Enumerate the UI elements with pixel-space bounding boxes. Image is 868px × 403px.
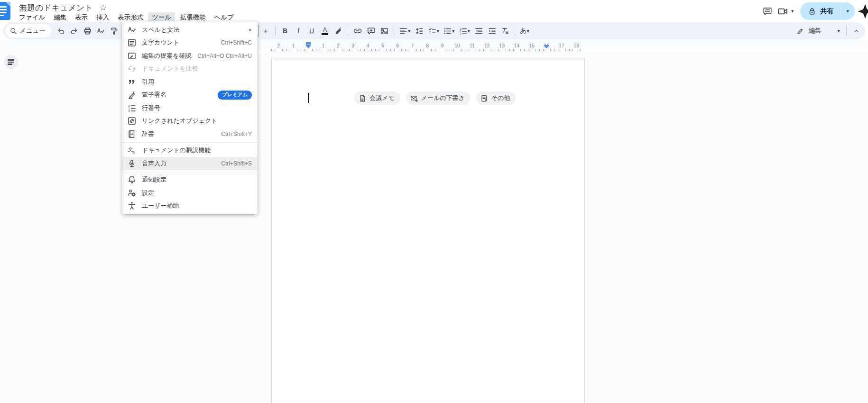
underline-button[interactable]: U — [305, 25, 318, 37]
add-comment-button[interactable] — [365, 25, 377, 37]
align-button[interactable]: ▾ — [397, 25, 412, 37]
ruler-number: 15 — [529, 43, 535, 48]
checklist-button[interactable]: ▾ — [426, 25, 441, 37]
redo-button[interactable] — [68, 25, 81, 37]
menubar-item-edit[interactable]: 編集 — [50, 12, 70, 22]
menu-item-preferences[interactable]: 設定 — [122, 186, 258, 200]
insert-link-button[interactable] — [351, 25, 364, 37]
ruler-number: 8 — [426, 43, 429, 48]
menubar-item-view[interactable]: 表示 — [71, 12, 92, 22]
chip-label: メールの下書き — [421, 94, 465, 102]
print-button[interactable] — [82, 25, 94, 37]
chevron-down-icon[interactable]: ▾ — [791, 9, 794, 14]
italic-button[interactable]: I — [292, 25, 305, 37]
menu-item-esignature[interactable]: 電子署名プレミアム — [122, 89, 258, 102]
meeting-notes-chip[interactable]: 会議メモ — [354, 92, 400, 105]
line-spacing-button[interactable] — [413, 25, 425, 37]
videocam-icon — [777, 6, 788, 17]
star-icon[interactable]: ☆ — [100, 3, 107, 13]
menubar-item-format[interactable]: 表示形式 — [114, 12, 147, 22]
open-comment-history-button[interactable] — [758, 2, 777, 21]
hide-menus-button[interactable] — [850, 25, 862, 37]
spellcheck-button[interactable] — [95, 25, 107, 37]
show-outline-button[interactable] — [4, 55, 18, 69]
search-icon — [9, 27, 18, 35]
menu-item-accessibility[interactable]: ユーザー補助 — [122, 200, 258, 213]
ruler-number: 13 — [499, 43, 505, 48]
menubar-item-tools[interactable]: ツール — [148, 12, 175, 22]
citations-icon — [127, 77, 137, 87]
menu-item-review-suggested-edits[interactable]: 編集の提案を確認Ctrl+Alt+O Ctrl+Alt+U — [122, 49, 258, 63]
menu-item-dictionary[interactable]: A辞書Ctrl+Shift+Y — [122, 128, 258, 141]
menu-bar: ファイル編集表示挿入表示形式ツール拡張機能ヘルプ — [15, 12, 238, 22]
editing-mode-select[interactable]: 編集 ▾ — [794, 27, 843, 35]
menu-item-label: 音声入力 — [142, 159, 221, 168]
menu-item-spelling-and-grammar[interactable]: スペルと文法▸ — [122, 23, 258, 37]
menu-item-citations[interactable]: 引用 — [122, 75, 258, 89]
gemini-icon[interactable] — [857, 3, 868, 20]
share-button[interactable]: 共有 ▾ — [800, 2, 855, 20]
ruler[interactable]: 21123456789101112131415161718 — [223, 42, 868, 51]
menubar-item-file[interactable]: ファイル — [15, 12, 49, 22]
chip-label: 会議メモ — [369, 94, 395, 102]
ruler-number: 4 — [367, 43, 369, 48]
app-header: 無題のドキュメント ☆ ファイル編集表示挿入表示形式ツール拡張機能ヘルプ ▾ 共… — [0, 0, 868, 22]
compare-documents-icon — [127, 64, 137, 73]
menu-item-shortcut: Ctrl+Shift+Y — [221, 131, 252, 137]
more-chip[interactable]: その他 — [476, 92, 516, 105]
menubar-item-extensions[interactable]: 拡張機能 — [176, 12, 209, 22]
decrease-indent-button[interactable] — [472, 25, 485, 37]
ruler-number: 2 — [337, 43, 340, 48]
ruler-number: 11 — [470, 43, 475, 48]
email-draft-chip[interactable]: メールの下書き — [406, 92, 471, 105]
highlight-color-button[interactable] — [332, 25, 344, 37]
menu-divider — [122, 142, 258, 143]
document-page[interactable]: 会議メモメールの下書きその他 — [271, 58, 585, 403]
menubar-item-help[interactable]: ヘルプ — [210, 12, 237, 22]
menu-item-notification-settings[interactable]: 通知設定 — [122, 174, 258, 187]
clear-formatting-button[interactable] — [499, 25, 511, 37]
document-title[interactable]: 無題のドキュメント — [19, 2, 93, 13]
menu-item-label: ドキュメントの翻訳機能 — [142, 146, 252, 155]
lock-icon — [808, 7, 816, 16]
menu-item-line-numbers[interactable]: 123行番号 — [122, 101, 258, 115]
menu-item-label: 編集の提案を確認 — [142, 52, 197, 60]
menu-item-label: 引用 — [142, 78, 252, 86]
text-color-button[interactable]: A — [319, 25, 331, 37]
notifications-icon — [127, 175, 137, 184]
left-indent-marker[interactable] — [305, 42, 311, 48]
insert-image-button[interactable] — [378, 25, 390, 37]
search-menus-button[interactable]: メニュー — [6, 24, 51, 37]
svg-text:A: A — [131, 132, 133, 136]
menu-item-translate-document[interactable]: 文Aドキュメントの翻訳機能 — [122, 144, 258, 157]
share-button-label: 共有 — [820, 7, 833, 16]
menu-item-word-count[interactable]: 文字カウントCtrl+Shift+C — [122, 37, 258, 50]
menu-item-label: 電子署名 — [142, 91, 218, 99]
dictionary-icon: A — [127, 129, 137, 139]
join-call-button[interactable]: ▾ — [777, 6, 794, 17]
menubar-item-insert[interactable]: 挿入 — [92, 12, 113, 22]
doc-edit-icon — [480, 94, 489, 102]
font-size-increase-button[interactable]: + — [259, 25, 272, 37]
ruler-number: 7 — [411, 43, 414, 48]
review-suggestions-icon — [127, 51, 137, 61]
input-tools-button[interactable]: あ▾ — [518, 25, 531, 37]
mail-draft-icon — [410, 94, 418, 102]
premium-badge: プレミアム — [218, 91, 252, 100]
paint-format-button[interactable] — [108, 25, 120, 37]
line-numbers-icon: 123 — [127, 103, 137, 113]
right-indent-marker[interactable] — [544, 45, 549, 48]
docs-logo-icon[interactable] — [0, 2, 10, 20]
increase-indent-button[interactable] — [486, 25, 498, 37]
menu-item-linked-objects[interactable]: リンクされたオブジェクト — [122, 115, 258, 128]
ruler-number: 1 — [322, 43, 324, 48]
menu-item-voice-typing[interactable]: 音声入力Ctrl+Shift+S — [122, 157, 258, 170]
share-options-caret[interactable]: ▾ — [840, 2, 855, 20]
bold-button[interactable]: B — [279, 25, 291, 37]
menu-item-compare-documents: ドキュメントを比較 — [122, 63, 258, 76]
bulleted-list-button[interactable]: ▾ — [442, 25, 456, 37]
numbered-list-button[interactable]: 123▾ — [457, 25, 472, 37]
share-button-main[interactable]: 共有 — [800, 2, 840, 20]
spellcheck-icon — [127, 25, 137, 35]
undo-button[interactable] — [55, 25, 67, 37]
